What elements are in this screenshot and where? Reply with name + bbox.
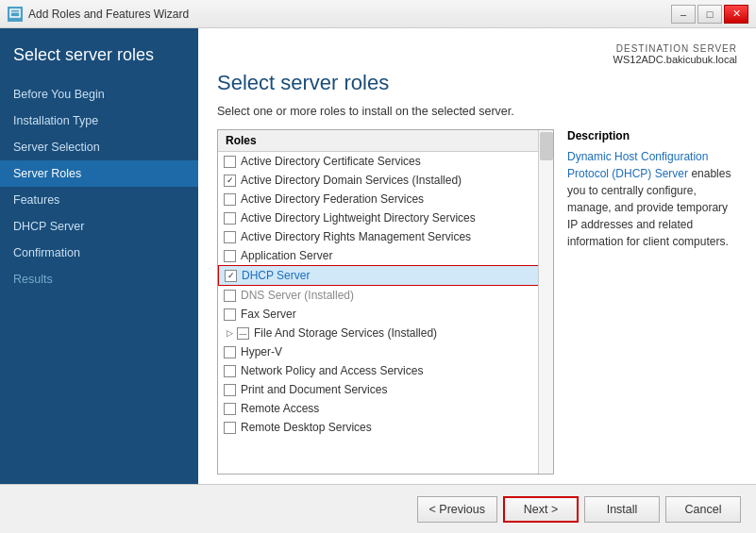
filestorage-checkbox[interactable] — [237, 327, 249, 340]
footer: < Previous Next > Install Cancel — [0, 484, 756, 533]
scrollbar-thumb[interactable] — [540, 132, 553, 160]
sidebar: Select server roles Before You Begin Ins… — [0, 28, 198, 484]
pds-label: Print and Document Services — [241, 383, 387, 396]
minimize-button[interactable]: – — [671, 5, 696, 24]
wizard-window: Add Roles and Features Wizard – □ ✕ Sele… — [0, 0, 756, 533]
app-icon — [8, 7, 23, 22]
sidebar-header: Select server roles — [0, 28, 198, 77]
adlds-checkbox[interactable] — [224, 212, 236, 225]
maximize-button[interactable]: □ — [697, 5, 722, 24]
description-link[interactable]: Dynamic Host Configuration Protocol (DHC… — [567, 150, 708, 180]
appserver-checkbox[interactable] — [224, 250, 236, 262]
dhcp-checkbox[interactable] — [225, 270, 237, 282]
content-area: Select server roles Before You Begin Ins… — [0, 28, 756, 484]
dhcp-label: DHCP Server — [242, 269, 310, 282]
list-item[interactable]: Application Server — [218, 246, 553, 265]
adfs-checkbox[interactable] — [224, 193, 236, 206]
npas-checkbox[interactable] — [224, 365, 236, 377]
list-item[interactable]: Remote Access — [218, 399, 553, 418]
sidebar-item-confirmation[interactable]: Confirmation — [0, 240, 198, 266]
description-header: Description — [567, 129, 737, 142]
filestorage-label: File And Storage Services (Installed) — [254, 326, 437, 340]
next-button[interactable]: Next > — [503, 496, 579, 523]
adrms-label: Active Directory Rights Management Servi… — [241, 230, 471, 243]
sidebar-item-results: Results — [0, 266, 198, 292]
fax-checkbox[interactable] — [224, 308, 236, 321]
adcs-label: Active Directory Certificate Services — [241, 155, 421, 168]
hyperv-label: Hyper-V — [241, 345, 282, 358]
adds-checkbox[interactable] — [224, 175, 236, 187]
roles-list: Active Directory Certificate Services Ac… — [218, 152, 553, 437]
sidebar-nav: Before You Begin Installation Type Serve… — [0, 81, 198, 292]
list-item[interactable]: Active Directory Domain Services (Instal… — [218, 171, 553, 190]
adds-label: Active Directory Domain Services (Instal… — [241, 174, 462, 187]
titlebar: Add Roles and Features Wizard – □ ✕ — [0, 0, 756, 28]
roles-list-container[interactable]: Roles Active Directory Certificate Servi… — [217, 129, 554, 475]
page-title: Select server roles — [217, 71, 737, 95]
destination-server: WS12ADC.bakicubuk.local — [217, 54, 737, 65]
list-item[interactable]: Hyper-V — [218, 342, 553, 361]
sidebar-item-server-selection[interactable]: Server Selection — [0, 134, 198, 160]
dns-checkbox[interactable] — [224, 290, 236, 302]
sidebar-item-installation-type[interactable]: Installation Type — [0, 108, 198, 134]
description-panel: Description Dynamic Host Configuration P… — [567, 129, 737, 475]
previous-button[interactable]: < Previous — [417, 496, 497, 523]
sidebar-item-dhcp-server[interactable]: DHCP Server — [0, 213, 198, 240]
list-item[interactable]: Active Directory Lightweight Directory S… — [218, 208, 553, 227]
sidebar-item-features[interactable]: Features — [0, 187, 198, 213]
adfs-label: Active Directory Federation Services — [241, 192, 424, 206]
dns-label: DNS Server (Installed) — [241, 289, 354, 302]
ra-label: Remote Access — [241, 402, 319, 415]
titlebar-controls: – □ ✕ — [671, 5, 748, 24]
list-item-dhcp[interactable]: DHCP Server — [218, 265, 553, 286]
roles-panel: Roles Active Directory Certificate Servi… — [217, 129, 737, 475]
close-button[interactable]: ✕ — [724, 5, 748, 24]
expand-icon[interactable]: ▷ — [224, 327, 235, 339]
list-item[interactable]: Active Directory Certificate Services — [218, 152, 553, 171]
sidebar-item-server-roles[interactable]: Server Roles — [0, 160, 198, 187]
list-item[interactable]: Print and Document Services — [218, 380, 553, 399]
hyperv-checkbox[interactable] — [224, 346, 236, 358]
titlebar-title: Add Roles and Features Wizard — [28, 8, 189, 21]
instructions: Select one or more roles to install on t… — [217, 105, 737, 118]
destination-info: DESTINATION SERVER WS12ADC.bakicubuk.loc… — [217, 43, 737, 65]
pds-checkbox[interactable] — [224, 384, 236, 396]
svg-rect-0 — [10, 9, 20, 17]
fax-label: Fax Server — [241, 308, 296, 321]
roles-list-header: Roles — [218, 130, 553, 152]
list-item[interactable]: Remote Desktop Services — [218, 418, 553, 437]
rds-label: Remote Desktop Services — [241, 421, 372, 434]
adlds-label: Active Directory Lightweight Directory S… — [241, 211, 476, 225]
npas-label: Network Policy and Access Services — [241, 364, 423, 377]
titlebar-left: Add Roles and Features Wizard — [8, 7, 189, 22]
list-item[interactable]: Active Directory Federation Services — [218, 190, 553, 208]
destination-label: DESTINATION SERVER — [217, 43, 737, 54]
description-text: Dynamic Host Configuration Protocol (DHC… — [567, 148, 737, 250]
ra-checkbox[interactable] — [224, 403, 236, 415]
list-item[interactable]: Active Directory Rights Management Servi… — [218, 227, 553, 246]
adrms-checkbox[interactable] — [224, 231, 236, 243]
rds-checkbox[interactable] — [224, 422, 236, 434]
install-button[interactable]: Install — [584, 496, 660, 523]
appserver-label: Application Server — [241, 249, 332, 262]
list-item[interactable]: ▷ File And Storage Services (Installed) — [218, 324, 553, 342]
scrollbar[interactable] — [538, 130, 553, 474]
list-item[interactable]: Fax Server — [218, 305, 553, 324]
adcs-checkbox[interactable] — [224, 156, 236, 168]
list-item[interactable]: Network Policy and Access Services — [218, 361, 553, 380]
list-item[interactable]: DNS Server (Installed) — [218, 286, 553, 305]
sidebar-item-before-you-begin[interactable]: Before You Begin — [0, 81, 198, 108]
main-content: DESTINATION SERVER WS12ADC.bakicubuk.loc… — [198, 28, 756, 484]
cancel-button[interactable]: Cancel — [665, 496, 741, 523]
